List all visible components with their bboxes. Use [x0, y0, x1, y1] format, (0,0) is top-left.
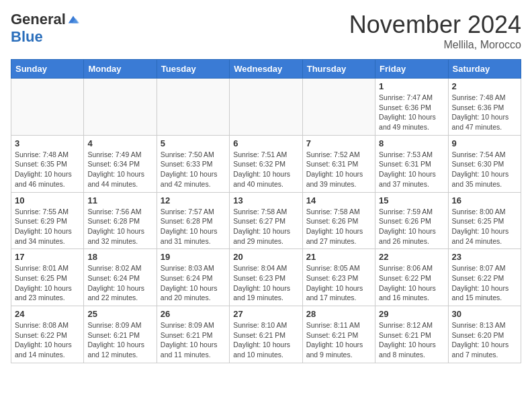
calendar-cell: 27Sunrise: 8:10 AM Sunset: 6:21 PM Dayli…	[230, 306, 302, 363]
day-number: 22	[379, 252, 444, 262]
calendar-cell: 29Sunrise: 8:12 AM Sunset: 6:21 PM Dayli…	[375, 306, 448, 363]
day-number: 27	[233, 309, 298, 319]
day-number: 19	[161, 252, 226, 262]
logo: General Blue	[11, 11, 79, 46]
calendar-cell: 18Sunrise: 8:02 AM Sunset: 6:24 PM Dayli…	[84, 249, 157, 306]
day-info: Sunrise: 8:10 AM Sunset: 6:21 PM Dayligh…	[233, 320, 298, 360]
calendar-cell: 28Sunrise: 8:11 AM Sunset: 6:21 PM Dayli…	[302, 306, 375, 363]
day-info: Sunrise: 7:53 AM Sunset: 6:31 PM Dayligh…	[379, 150, 444, 189]
day-number: 3	[15, 138, 80, 148]
calendar-cell: 11Sunrise: 7:56 AM Sunset: 6:28 PM Dayli…	[84, 192, 157, 249]
calendar-cell	[157, 79, 229, 136]
calendar-header-sunday: Sunday	[11, 60, 84, 79]
calendar-cell: 23Sunrise: 8:07 AM Sunset: 6:22 PM Dayli…	[448, 249, 521, 306]
day-number: 21	[306, 252, 371, 262]
logo-icon	[67, 13, 79, 26]
day-number: 4	[87, 138, 152, 148]
title-block: November 2024 Mellila, Morocco	[349, 11, 521, 51]
calendar-cell	[230, 79, 302, 136]
day-info: Sunrise: 8:07 AM Sunset: 6:22 PM Dayligh…	[452, 263, 517, 303]
calendar-header-thursday: Thursday	[302, 60, 375, 79]
day-number: 2	[452, 81, 517, 91]
calendar-cell: 22Sunrise: 8:06 AM Sunset: 6:22 PM Dayli…	[375, 249, 448, 306]
calendar-week-row: 3Sunrise: 7:48 AM Sunset: 6:35 PM Daylig…	[11, 135, 521, 192]
calendar-cell: 25Sunrise: 8:09 AM Sunset: 6:21 PM Dayli…	[84, 306, 157, 363]
day-info: Sunrise: 7:51 AM Sunset: 6:32 PM Dayligh…	[233, 150, 298, 189]
day-info: Sunrise: 8:00 AM Sunset: 6:25 PM Dayligh…	[452, 207, 517, 246]
day-number: 14	[306, 195, 371, 205]
calendar-cell: 20Sunrise: 8:04 AM Sunset: 6:23 PM Dayli…	[230, 249, 302, 306]
day-info: Sunrise: 8:05 AM Sunset: 6:23 PM Dayligh…	[306, 263, 371, 303]
calendar-header-friday: Friday	[375, 60, 448, 79]
calendar-cell: 24Sunrise: 8:08 AM Sunset: 6:22 PM Dayli…	[11, 306, 84, 363]
calendar-cell: 9Sunrise: 7:54 AM Sunset: 6:30 PM Daylig…	[448, 135, 521, 192]
day-number: 25	[87, 309, 152, 319]
day-number: 30	[452, 309, 517, 319]
calendar-cell: 7Sunrise: 7:52 AM Sunset: 6:31 PM Daylig…	[302, 135, 375, 192]
day-number: 10	[15, 195, 80, 205]
day-number: 13	[233, 195, 298, 205]
day-info: Sunrise: 7:52 AM Sunset: 6:31 PM Dayligh…	[306, 150, 371, 189]
day-number: 18	[87, 252, 152, 262]
day-info: Sunrise: 8:01 AM Sunset: 6:25 PM Dayligh…	[15, 263, 80, 303]
day-number: 23	[452, 252, 517, 262]
calendar-week-row: 1Sunrise: 7:47 AM Sunset: 6:36 PM Daylig…	[11, 79, 521, 136]
calendar-header-monday: Monday	[84, 60, 157, 79]
day-info: Sunrise: 7:58 AM Sunset: 6:27 PM Dayligh…	[233, 207, 298, 246]
day-number: 26	[161, 309, 226, 319]
calendar-cell: 12Sunrise: 7:57 AM Sunset: 6:28 PM Dayli…	[157, 192, 229, 249]
calendar-header-saturday: Saturday	[448, 60, 521, 79]
calendar-cell: 26Sunrise: 8:09 AM Sunset: 6:21 PM Dayli…	[157, 306, 229, 363]
day-number: 6	[233, 138, 298, 148]
day-number: 16	[452, 195, 517, 205]
calendar-cell	[302, 79, 375, 136]
day-info: Sunrise: 7:47 AM Sunset: 6:36 PM Dayligh…	[379, 93, 444, 132]
day-info: Sunrise: 7:58 AM Sunset: 6:26 PM Dayligh…	[306, 207, 371, 246]
day-info: Sunrise: 8:04 AM Sunset: 6:23 PM Dayligh…	[233, 263, 298, 303]
logo-general-text: General	[11, 11, 66, 28]
day-number: 11	[87, 195, 152, 205]
day-number: 24	[15, 309, 80, 319]
calendar-cell	[11, 79, 84, 136]
calendar-cell: 16Sunrise: 8:00 AM Sunset: 6:25 PM Dayli…	[448, 192, 521, 249]
calendar-header-row: SundayMondayTuesdayWednesdayThursdayFrid…	[11, 60, 521, 79]
day-info: Sunrise: 8:09 AM Sunset: 6:21 PM Dayligh…	[87, 320, 152, 360]
day-info: Sunrise: 7:57 AM Sunset: 6:28 PM Dayligh…	[161, 207, 226, 246]
calendar-cell: 17Sunrise: 8:01 AM Sunset: 6:25 PM Dayli…	[11, 249, 84, 306]
day-number: 1	[379, 81, 444, 91]
day-info: Sunrise: 8:02 AM Sunset: 6:24 PM Dayligh…	[87, 263, 152, 303]
calendar-cell: 8Sunrise: 7:53 AM Sunset: 6:31 PM Daylig…	[375, 135, 448, 192]
day-info: Sunrise: 8:09 AM Sunset: 6:21 PM Dayligh…	[161, 320, 226, 360]
calendar-cell	[84, 79, 157, 136]
calendar-cell: 21Sunrise: 8:05 AM Sunset: 6:23 PM Dayli…	[302, 249, 375, 306]
calendar-table: SundayMondayTuesdayWednesdayThursdayFrid…	[11, 59, 521, 363]
calendar-week-row: 17Sunrise: 8:01 AM Sunset: 6:25 PM Dayli…	[11, 249, 521, 306]
calendar-cell: 15Sunrise: 7:59 AM Sunset: 6:26 PM Dayli…	[375, 192, 448, 249]
day-info: Sunrise: 7:59 AM Sunset: 6:26 PM Dayligh…	[379, 207, 444, 246]
day-info: Sunrise: 7:55 AM Sunset: 6:29 PM Dayligh…	[15, 207, 80, 246]
calendar-cell: 6Sunrise: 7:51 AM Sunset: 6:32 PM Daylig…	[230, 135, 302, 192]
day-number: 28	[306, 309, 371, 319]
calendar-week-row: 24Sunrise: 8:08 AM Sunset: 6:22 PM Dayli…	[11, 306, 521, 363]
day-number: 12	[161, 195, 226, 205]
calendar-cell: 13Sunrise: 7:58 AM Sunset: 6:27 PM Dayli…	[230, 192, 302, 249]
location-subtitle: Mellila, Morocco	[349, 39, 521, 51]
day-info: Sunrise: 8:13 AM Sunset: 6:20 PM Dayligh…	[452, 320, 517, 360]
day-info: Sunrise: 8:03 AM Sunset: 6:24 PM Dayligh…	[161, 263, 226, 303]
logo-blue-text: Blue	[11, 28, 43, 46]
day-number: 20	[233, 252, 298, 262]
calendar-cell: 5Sunrise: 7:50 AM Sunset: 6:33 PM Daylig…	[157, 135, 229, 192]
day-info: Sunrise: 7:54 AM Sunset: 6:30 PM Dayligh…	[452, 150, 517, 189]
day-number: 7	[306, 138, 371, 148]
day-info: Sunrise: 8:08 AM Sunset: 6:22 PM Dayligh…	[15, 320, 80, 360]
day-info: Sunrise: 8:11 AM Sunset: 6:21 PM Dayligh…	[306, 320, 371, 360]
month-title: November 2024	[349, 11, 521, 39]
day-info: Sunrise: 7:50 AM Sunset: 6:33 PM Dayligh…	[161, 150, 226, 189]
day-number: 15	[379, 195, 444, 205]
calendar-cell: 3Sunrise: 7:48 AM Sunset: 6:35 PM Daylig…	[11, 135, 84, 192]
day-number: 5	[161, 138, 226, 148]
day-number: 9	[452, 138, 517, 148]
day-info: Sunrise: 7:48 AM Sunset: 6:36 PM Dayligh…	[452, 93, 517, 132]
day-info: Sunrise: 8:06 AM Sunset: 6:22 PM Dayligh…	[379, 263, 444, 303]
day-info: Sunrise: 8:12 AM Sunset: 6:21 PM Dayligh…	[379, 320, 444, 360]
